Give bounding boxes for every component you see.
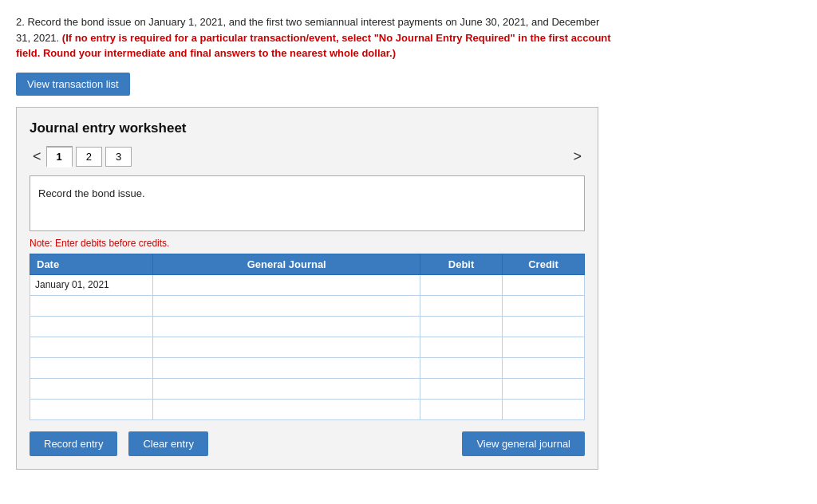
credit-cell-4[interactable]	[503, 337, 585, 357]
journal-table: Date General Journal Debit Credit Januar…	[30, 254, 585, 420]
debit-cell-5[interactable]	[420, 357, 503, 378]
credit-cell-1[interactable]	[503, 274, 585, 295]
debit-cell-6[interactable]	[420, 378, 503, 399]
date-cell-6	[30, 378, 153, 399]
col-header-debit: Debit	[420, 254, 503, 274]
description-box: Record the bond issue.	[30, 175, 585, 231]
note-text: Note: Enter debits before credits.	[30, 238, 585, 249]
debit-cell-3[interactable]	[420, 316, 503, 337]
description-text: Record the bond issue.	[38, 187, 145, 199]
tab-navigation: < 1 2 3 >	[30, 146, 585, 167]
worksheet-container: Journal entry worksheet < 1 2 3 > Record…	[16, 107, 598, 470]
debit-cell-4[interactable]	[420, 337, 503, 357]
gj-cell-1[interactable]	[153, 274, 420, 295]
gj-cell-7[interactable]	[153, 399, 420, 419]
problem-bold-red-text: (If no entry is required for a particula…	[16, 32, 611, 60]
worksheet-title: Journal entry worksheet	[30, 120, 585, 136]
col-header-general-journal: General Journal	[153, 254, 420, 274]
col-header-credit: Credit	[503, 254, 585, 274]
view-general-journal-button[interactable]: View general journal	[462, 431, 585, 456]
credit-cell-5[interactable]	[503, 357, 585, 378]
problem-number: 2.	[16, 16, 25, 28]
table-row	[30, 337, 585, 357]
table-row	[30, 399, 585, 419]
tab-3[interactable]: 3	[105, 147, 132, 167]
gj-cell-6[interactable]	[153, 378, 420, 399]
credit-cell-6[interactable]	[503, 378, 585, 399]
record-entry-button[interactable]: Record entry	[30, 431, 117, 456]
debit-cell-7[interactable]	[420, 399, 503, 419]
table-row	[30, 295, 585, 316]
debit-cell-1[interactable]	[420, 274, 503, 295]
date-cell-4	[30, 337, 153, 357]
debit-cell-2[interactable]	[420, 295, 503, 316]
date-cell-5	[30, 357, 153, 378]
gj-cell-2[interactable]	[153, 295, 420, 316]
gj-cell-5[interactable]	[153, 357, 420, 378]
date-cell-2	[30, 295, 153, 316]
credit-cell-7[interactable]	[503, 399, 585, 419]
tab-2[interactable]: 2	[76, 147, 102, 167]
nav-right-arrow[interactable]: >	[570, 148, 585, 165]
tab-1[interactable]: 1	[46, 146, 73, 167]
table-row	[30, 378, 585, 399]
view-transaction-list-button[interactable]: View transaction list	[16, 73, 130, 96]
date-cell-1: January 01, 2021	[30, 274, 153, 295]
problem-text: 2. Record the bond issue on January 1, 2…	[16, 14, 614, 61]
table-row	[30, 316, 585, 337]
table-row: January 01, 2021	[30, 274, 585, 295]
gj-cell-3[interactable]	[153, 316, 420, 337]
nav-left-arrow[interactable]: <	[30, 148, 45, 165]
gj-cell-4[interactable]	[153, 337, 420, 357]
credit-cell-3[interactable]	[503, 316, 585, 337]
footer-buttons: Record entry Clear entry View general jo…	[30, 431, 585, 456]
credit-cell-2[interactable]	[503, 295, 585, 316]
col-header-date: Date	[30, 254, 153, 274]
date-cell-3	[30, 316, 153, 337]
date-cell-7	[30, 399, 153, 419]
clear-entry-button[interactable]: Clear entry	[128, 431, 208, 456]
table-row	[30, 357, 585, 378]
